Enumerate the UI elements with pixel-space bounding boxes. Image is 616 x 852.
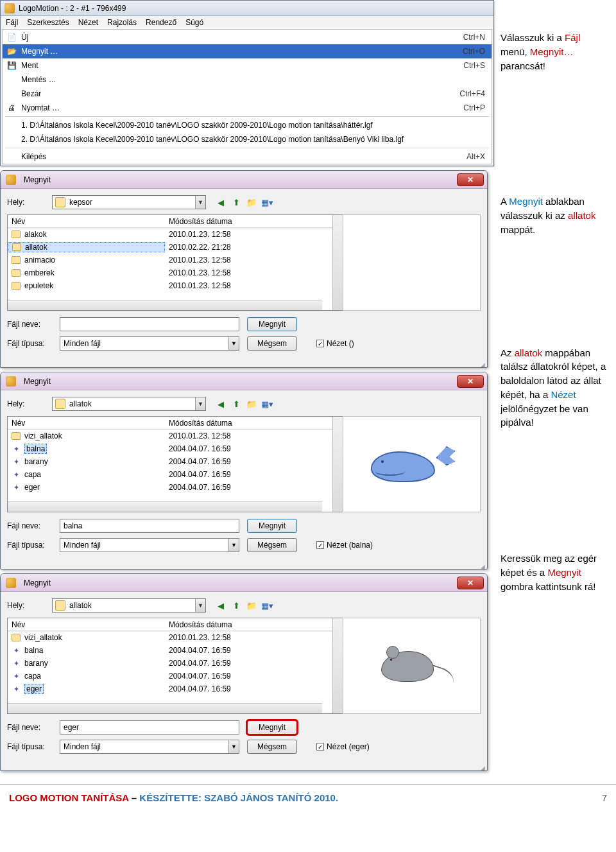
menu-item-ment[interactable]: 💾MentCtrl+S (3, 58, 492, 73)
back-icon[interactable]: ◀ (215, 398, 227, 410)
close-button[interactable]: ✕ (457, 577, 484, 589)
dialog-titlebar: Megnyit✕ (1, 574, 487, 592)
location-combo[interactable]: allatok▼ (52, 397, 206, 411)
file-row[interactable]: ✦capa2004.04.07. 16:59 (8, 468, 343, 481)
file-list[interactable]: NévMódosítás dátumavizi_allatok2010.01.2… (7, 618, 343, 714)
menubar[interactable]: Fájl Szerkesztés Nézet Rajzolás Rendező … (1, 16, 493, 30)
filename-input[interactable] (60, 317, 239, 331)
file-row[interactable]: alakok2010.01.23. 12:58 (8, 228, 343, 241)
resize-grip[interactable]: ◢ (1, 363, 487, 367)
up-icon[interactable]: ⬆ (230, 196, 242, 208)
file-list[interactable]: NévMódosítás dátumaalakok2010.01.23. 12:… (7, 214, 343, 311)
filename-input[interactable] (60, 519, 239, 533)
folder-icon (12, 230, 21, 238)
open-dialog-2: Megnyit✕Hely:allatok▼◀⬆📁▦▾NévMódosítás d… (0, 372, 488, 569)
file-row[interactable]: vizi_allatok2010.01.23. 12:58 (8, 631, 343, 644)
filename-input[interactable] (60, 720, 239, 735)
menu-rajzolas[interactable]: Rajzolás (107, 18, 137, 27)
annotation-3: Az allatok mappában találsz állatokról k… (501, 346, 610, 430)
location-combo[interactable]: kepsor▼ (52, 195, 206, 209)
scrollbar-horizontal[interactable] (8, 703, 322, 713)
view-checkbox[interactable]: ✓Nézet () (316, 339, 354, 348)
chevron-down-icon[interactable]: ▼ (195, 196, 205, 209)
resize-grip[interactable]: ◢ (1, 565, 487, 569)
menu-nezet[interactable]: Nézet (78, 18, 98, 27)
chevron-down-icon[interactable]: ▼ (228, 740, 239, 753)
menu-exit[interactable]: Kilépés Alt+X (3, 150, 492, 164)
up-icon[interactable]: ⬆ (230, 600, 242, 611)
new-folder-icon[interactable]: 📁 (246, 600, 257, 611)
app-window: LogoMotion - : 2 - #1 - 796x499 Fájl Sze… (0, 0, 494, 166)
up-icon[interactable]: ⬆ (230, 398, 242, 410)
file-row[interactable]: animacio2010.01.23. 12:58 (8, 254, 343, 266)
cancel-button[interactable]: Mégsem (247, 336, 297, 351)
menu-item-megnyit[interactable]: 📂Megnyit …Ctrl+O (3, 44, 492, 58)
chevron-down-icon[interactable]: ▼ (195, 599, 205, 612)
file-row[interactable]: ✦capa2004.04.07. 16:59 (8, 670, 343, 682)
lgf-icon: ✦ (12, 444, 21, 453)
file-row[interactable]: ✦balna2004.04.07. 16:59 (8, 442, 343, 455)
filetype-combo[interactable]: Minden fájl▼ (60, 538, 239, 552)
open-button[interactable]: Megnyit (247, 317, 297, 331)
file-row[interactable]: ✦eger2004.04.07. 16:59 (8, 481, 343, 494)
new-folder-icon[interactable]: 📁 (246, 398, 257, 410)
lgf-icon: ✦ (12, 483, 21, 492)
close-button[interactable]: ✕ (457, 375, 484, 388)
scrollbar-vertical[interactable] (332, 215, 343, 311)
scrollbar-horizontal[interactable] (8, 300, 322, 310)
file-list[interactable]: NévMódosítás dátumavizi_allatok2010.01.2… (7, 416, 343, 512)
close-button[interactable]: ✕ (457, 173, 484, 186)
menu-item-nyomtat[interactable]: 🖨Nyomtat …Ctrl+P (3, 101, 492, 115)
menu-szerkesztes[interactable]: Szerkesztés (27, 18, 69, 27)
scrollbar-horizontal[interactable] (8, 501, 322, 512)
file-row[interactable]: epuletek2010.01.23. 12:58 (8, 279, 343, 292)
menu-recent-1[interactable]: 1. D:\Általános Iskola Kecel\2009-2010 t… (3, 118, 492, 132)
file-date: 2010.01.23. 12:58 (165, 431, 343, 440)
file-row[interactable]: emberek2010.01.23. 12:58 (8, 266, 343, 279)
folder-icon (12, 269, 21, 277)
chevron-down-icon[interactable]: ▼ (195, 397, 205, 410)
cancel-button[interactable]: Mégsem (247, 740, 297, 754)
resize-grip[interactable]: ◢ (1, 767, 487, 770)
file-date: 2004.04.07. 16:59 (165, 684, 343, 693)
chevron-down-icon[interactable]: ▼ (228, 337, 239, 350)
new-folder-icon[interactable]: 📁 (246, 196, 257, 208)
open-button[interactable]: Megnyit (247, 519, 297, 533)
menu-rendezo[interactable]: Rendező (146, 18, 176, 27)
cancel-button[interactable]: Mégsem (247, 538, 297, 552)
menu-item-ments[interactable]: Mentés … (3, 73, 492, 87)
file-row[interactable]: vizi_allatok2010.01.23. 12:58 (8, 430, 343, 442)
view-checkbox[interactable]: ✓Nézet (balna) (316, 541, 373, 550)
view-menu-icon[interactable]: ▦▾ (261, 196, 273, 208)
folder-icon (12, 432, 21, 440)
file-row[interactable]: allatok2010.02.22. 21:28 (8, 241, 343, 254)
filetype-combo[interactable]: Minden fájl▼ (60, 336, 239, 351)
menu-item-j[interactable]: 📄ÚjCtrl+N (3, 30, 492, 44)
chevron-down-icon[interactable]: ▼ (228, 539, 239, 552)
view-checkbox[interactable]: ✓Nézet (eger) (316, 742, 370, 751)
menu-item-bezr[interactable]: BezárCtrl+F4 (3, 87, 492, 101)
file-row[interactable]: ✦barany2004.04.07. 16:59 (8, 657, 343, 670)
location-label: Hely: (7, 198, 47, 207)
back-icon[interactable]: ◀ (215, 600, 227, 611)
filetype-combo[interactable]: Minden fájl▼ (60, 740, 239, 754)
scrollbar-vertical[interactable] (332, 417, 343, 512)
file-row[interactable]: ✦balna2004.04.07. 16:59 (8, 644, 343, 657)
dialog-icon (6, 175, 16, 185)
dialog-title: Megnyit (24, 578, 51, 587)
scrollbar-vertical[interactable] (332, 618, 343, 714)
file-row[interactable]: ✦eger2004.04.07. 16:59 (8, 682, 343, 695)
menu-sugo[interactable]: Súgó (185, 18, 203, 27)
back-icon[interactable]: ◀ (215, 196, 227, 208)
dialog-title: Megnyit (24, 377, 51, 386)
location-combo[interactable]: allatok▼ (52, 598, 206, 613)
menu-fajl[interactable]: Fájl (6, 18, 18, 27)
open-button[interactable]: Megnyit (247, 720, 297, 735)
menu-recent-2[interactable]: 2. D:\Általános Iskola Kecel\2009-2010 t… (3, 132, 492, 146)
view-menu-icon[interactable]: ▦▾ (261, 398, 273, 410)
file-row[interactable]: ✦barany2004.04.07. 16:59 (8, 455, 343, 468)
lgf-icon: ✦ (12, 457, 21, 466)
lgf-icon: ✦ (12, 646, 21, 655)
filetype-label: Fájl típusa: (7, 541, 52, 550)
view-menu-icon[interactable]: ▦▾ (261, 600, 273, 611)
